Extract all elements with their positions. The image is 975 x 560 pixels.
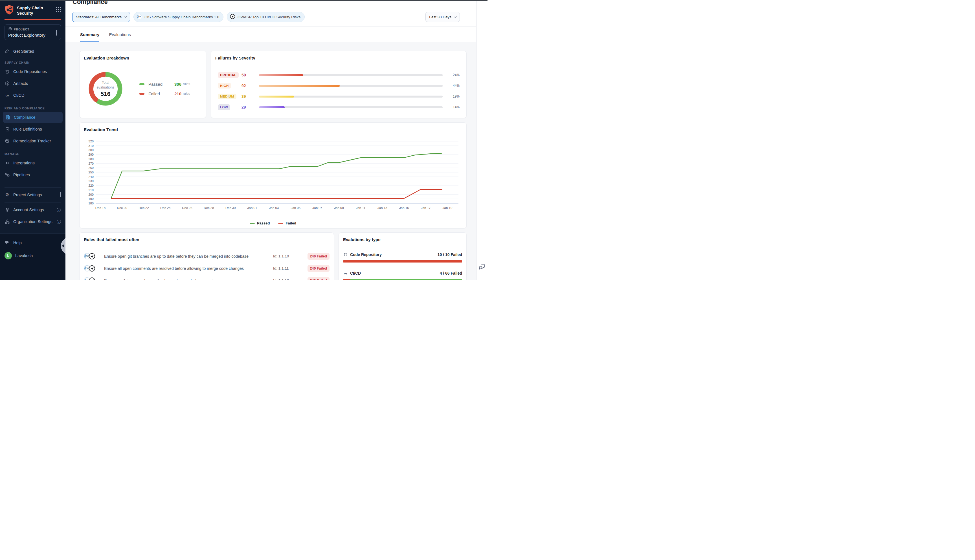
chip-owasp-top10[interactable]: OWASP Top 10 CI/CD Security Risks: [227, 12, 305, 22]
layers-gear-icon: [5, 207, 10, 213]
chip-cis-benchmark[interactable]: CIS CIS Software Supply Chain Benchmarks…: [134, 12, 224, 22]
card-title: Rules that failed most often: [84, 237, 139, 242]
evaluations-by-type-card: Evalutions by type Code Repository 10 / …: [339, 232, 467, 280]
rule-row[interactable]: CIS Ensure verifying signed commits of n…: [84, 274, 329, 280]
svg-text:270: 270: [88, 162, 93, 165]
sidebar: Supply Chain Security PROJECT Product Ex…: [0, 1, 65, 280]
info-icon[interactable]: i: [57, 208, 61, 212]
owasp-logo-icon: [88, 253, 95, 260]
app-logo-shield-icon: [5, 5, 14, 17]
rule-row[interactable]: CIS Ensure all open comments are resolve…: [84, 262, 329, 274]
failed-dash-icon: [139, 93, 144, 95]
sidebar-item-get-started[interactable]: Get Started: [0, 46, 65, 57]
chevron-down-icon: [124, 15, 127, 18]
svg-text:Jan 05: Jan 05: [291, 206, 301, 210]
remediation-box-icon: [5, 138, 10, 144]
severity-bar: [259, 74, 442, 76]
sidebar-bottom: ? Help L Lavakush: [0, 233, 65, 280]
severity-count: 50: [242, 73, 255, 77]
tab-evaluations[interactable]: Evaluations: [109, 27, 131, 42]
svg-text:Dec 20: Dec 20: [117, 206, 127, 210]
sidebar-item-account-settings[interactable]: Account Settings i: [0, 204, 65, 215]
failed-line-icon: [278, 223, 283, 223]
svg-text:310: 310: [88, 144, 93, 147]
rule-text: Ensure open git branches are up to date …: [104, 254, 271, 258]
chevron-down-icon: [454, 15, 457, 18]
sidebar-item-rule-definitions[interactable]: Rule Definitions: [0, 123, 65, 135]
svg-text:Dec 30: Dec 30: [225, 206, 235, 210]
sidebar-item-project-settings[interactable]: ⚙ Project Settings: [0, 189, 65, 200]
svg-text:300: 300: [88, 148, 93, 152]
donut-center-label: Total evaluations: [97, 80, 114, 90]
info-icon[interactable]: i: [57, 220, 61, 224]
rule-text: Ensure verifying signed commits of new c…: [104, 278, 271, 280]
rule-id: Id: 1.1.12: [273, 278, 300, 280]
severity-row-low: LOW 29 14%: [218, 102, 459, 113]
home-icon: [5, 49, 10, 54]
svg-text:Jan 19: Jan 19: [442, 206, 452, 210]
severity-badge: MEDIUM: [218, 93, 236, 99]
summary-content: Evaluation Breakdown Total evaluations 5…: [65, 42, 476, 280]
legend-failed-row: Failed 210 rules: [139, 89, 190, 98]
svg-text:240: 240: [88, 175, 93, 178]
apps-grid-icon[interactable]: [56, 7, 61, 12]
project-selector[interactable]: PROJECT Product Exploratory: [5, 24, 61, 40]
card-title: Failures by Severity: [215, 55, 255, 60]
section-label-manage: MANAGE: [0, 152, 65, 156]
app-title: Supply Chain Security: [17, 5, 43, 16]
project-name: Product Exploratory: [8, 33, 57, 38]
svg-text:180: 180: [88, 202, 93, 205]
org-chart-gear-icon: [5, 219, 10, 225]
svg-text:210: 210: [88, 188, 93, 192]
failed-ratio: 10 / 10 Failed: [437, 252, 462, 257]
svg-text:Jan 15: Jan 15: [399, 206, 409, 210]
sidebar-item-integrations[interactable]: Integrations: [0, 157, 65, 168]
rules-failed-card: Rules that failed most often CIS Ensure …: [79, 232, 334, 280]
clipboard-check-icon: [5, 127, 10, 132]
artifacts-box-icon: [5, 81, 10, 86]
svg-text:280: 280: [88, 157, 93, 161]
passed-dash-icon: [139, 83, 144, 85]
evaluation-breakdown-card: Evaluation Breakdown Total evaluations 5…: [79, 51, 206, 118]
project-cube-icon: [8, 27, 12, 32]
user-menu[interactable]: L Lavakush: [0, 250, 65, 262]
right-gutter: [476, 1, 488, 280]
owasp-logo-icon: [88, 265, 95, 272]
user-name: Lavakush: [15, 253, 33, 258]
failed-ratio: 4 / 66 Failed: [440, 271, 462, 275]
section-label-supply-chain: SUPPLY CHAIN: [0, 61, 65, 64]
cis-logo-icon: CIS: [137, 14, 142, 20]
severity-row-medium: MEDIUM 39 19%: [218, 91, 459, 102]
svg-text:Jan 11: Jan 11: [356, 206, 366, 210]
svg-text:Dec 26: Dec 26: [182, 206, 192, 210]
sidebar-item-code-repositories[interactable]: Code Repositories: [0, 66, 65, 77]
date-range-dropdown[interactable]: Last 30 Days: [426, 12, 460, 22]
svg-text:190: 190: [88, 197, 93, 200]
rule-id: Id: 1.1.10: [273, 254, 300, 258]
svg-text:?: ?: [6, 242, 7, 243]
failed-count-badge: 240 Failed: [307, 277, 329, 280]
chevron-right-icon: [60, 192, 61, 197]
sidebar-item-cicd[interactable]: ∞ CI/CD: [0, 90, 65, 101]
tab-summary[interactable]: Summary: [80, 27, 99, 42]
sidebar-item-remediation-tracker[interactable]: Remediation Tracker: [0, 135, 65, 147]
severity-percent: 19%: [446, 95, 459, 98]
sidebar-item-organization-settings[interactable]: Organization Settings i: [0, 216, 65, 227]
chat-widget-icon[interactable]: [478, 263, 486, 272]
divider: [5, 187, 61, 188]
sidebar-item-artifacts[interactable]: Artifacts: [0, 78, 65, 89]
sidebar-item-compliance[interactable]: Compliance: [3, 112, 63, 123]
svg-text:Dec 18: Dec 18: [95, 206, 105, 210]
severity-row-high: HIGH 92 44%: [218, 80, 459, 91]
passed-line-icon: [250, 223, 255, 223]
sidebar-item-pipelines[interactable]: Pipelines: [0, 169, 65, 180]
rule-row[interactable]: CIS Ensure open git branches are up to d…: [84, 250, 329, 262]
owasp-logo-icon: [230, 14, 235, 20]
sidebar-item-help[interactable]: ? Help: [0, 237, 65, 248]
evaluation-trend-card: Evaluation Trend 18019020021022023024025…: [79, 122, 467, 228]
failed-count-badge: 240 Failed: [307, 253, 329, 260]
svg-text:CIS: CIS: [138, 16, 141, 17]
severity-row-critical: CRITICAL 50 24%: [218, 70, 459, 80]
trend-legend: Passed Failed: [80, 221, 466, 225]
standards-filter-dropdown[interactable]: Standards: All Benchmarks: [72, 12, 130, 22]
